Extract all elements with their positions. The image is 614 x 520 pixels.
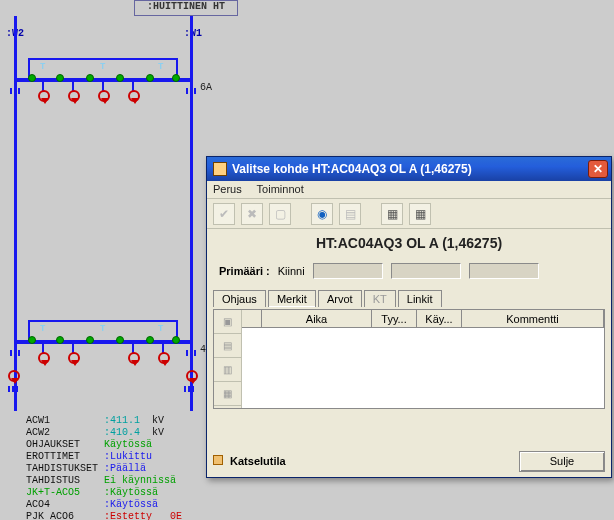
delete-row-icon[interactable]: ▥ <box>214 358 241 382</box>
busbar-top-jumper <box>28 58 178 60</box>
breaker-icon[interactable] <box>8 370 18 380</box>
tab-linkit[interactable]: Linkit <box>398 290 442 307</box>
primary-field-3 <box>469 263 539 279</box>
cancel-icon[interactable]: ✖ <box>241 203 263 225</box>
station-title: :HUITTINEN HT <box>134 0 238 16</box>
node <box>28 74 36 82</box>
node <box>86 74 94 82</box>
node <box>116 336 124 344</box>
breaker-icon[interactable] <box>38 90 48 100</box>
window-title: Valitse kohde HT:AC04AQ3 OL A (1,46275) <box>232 162 472 176</box>
node <box>86 336 94 344</box>
breaker-icon[interactable] <box>68 90 78 100</box>
primary-field-1 <box>313 263 383 279</box>
node <box>56 74 64 82</box>
object-title: HT:AC04AQ3 OL A (1,46275) <box>207 229 611 261</box>
grid-sidebar: ▣ ▤ ▥ ▦ <box>214 310 242 408</box>
tab-kt[interactable]: KT <box>364 290 396 307</box>
status-label: Katselutila <box>213 455 286 467</box>
menu-toiminnot[interactable]: Toiminnot <box>257 183 304 195</box>
page-icon[interactable]: ▤ <box>339 203 361 225</box>
tab-panel: ▣ ▤ ▥ ▦ Aika Tyy... Käy... Kommentti <box>213 309 605 409</box>
node <box>28 336 36 344</box>
add-row-icon[interactable]: ▣ <box>214 310 241 334</box>
app-icon <box>213 162 227 176</box>
menu-perus[interactable]: Perus <box>213 183 242 195</box>
breaker-icon[interactable] <box>158 352 168 362</box>
primary-value: Kiinni <box>278 265 305 277</box>
primary-field-2 <box>391 263 461 279</box>
node <box>146 74 154 82</box>
node <box>56 336 64 344</box>
statusbar: Katselutila Sulje <box>213 449 605 473</box>
grid-col-tyy[interactable]: Tyy... <box>372 310 417 327</box>
tab-merkit[interactable]: Merkit <box>268 290 316 307</box>
busbar-bottom <box>14 340 193 344</box>
edit-row-icon[interactable]: ▤ <box>214 334 241 358</box>
grid[interactable]: Aika Tyy... Käy... Kommentti <box>242 310 604 408</box>
node <box>172 336 180 344</box>
close-icon[interactable]: ✕ <box>588 160 608 178</box>
busbar-bottom-jumper <box>28 320 178 322</box>
close-button[interactable]: Sulje <box>519 451 605 472</box>
lock-icon <box>213 455 223 465</box>
primary-label: Primääri : <box>219 265 270 277</box>
list-icon[interactable]: ▦ <box>381 203 403 225</box>
breaker-icon[interactable] <box>186 370 196 380</box>
primary-row: Primääri : Kiinni <box>207 261 611 289</box>
status-panel: ACW1 :411.1 kV ACW2 :410.4 kV OHJAUKSET … <box>26 415 182 520</box>
list-check-icon[interactable]: ▦ <box>409 203 431 225</box>
more-row-icon[interactable]: ▦ <box>214 382 241 406</box>
object-dialog: Valitse kohde HT:AC04AQ3 OL A (1,46275) … <box>206 156 612 478</box>
grid-col-kay[interactable]: Käy... <box>417 310 462 327</box>
menubar: Perus Toiminnot <box>207 181 611 199</box>
row-label-6a: 6A <box>200 82 212 93</box>
note-icon[interactable]: ▢ <box>269 203 291 225</box>
grid-col-aika[interactable]: Aika <box>262 310 372 327</box>
node <box>146 336 154 344</box>
breaker-icon[interactable] <box>128 352 138 362</box>
toolbar: ✔ ✖ ▢ ◉ ▤ ▦ ▦ <box>207 199 611 229</box>
tabs: Ohjaus Merkit Arvot KT Linkit <box>207 289 611 309</box>
breaker-icon[interactable] <box>38 352 48 362</box>
grid-col-kommentti[interactable]: Kommentti <box>462 310 604 327</box>
bus-label-w1: :W1 <box>184 28 202 39</box>
node <box>116 74 124 82</box>
tab-ohjaus[interactable]: Ohjaus <box>213 290 266 307</box>
node <box>172 74 180 82</box>
titlebar[interactable]: Valitse kohde HT:AC04AQ3 OL A (1,46275) … <box>207 157 611 181</box>
tab-arvot[interactable]: Arvot <box>318 290 362 307</box>
grid-header: Aika Tyy... Käy... Kommentti <box>242 310 604 328</box>
accept-icon[interactable]: ✔ <box>213 203 235 225</box>
grid-col-gutter[interactable] <box>242 310 262 327</box>
breaker-icon[interactable] <box>128 90 138 100</box>
globe-icon[interactable]: ◉ <box>311 203 333 225</box>
breaker-icon[interactable] <box>68 352 78 362</box>
breaker-icon[interactable] <box>98 90 108 100</box>
